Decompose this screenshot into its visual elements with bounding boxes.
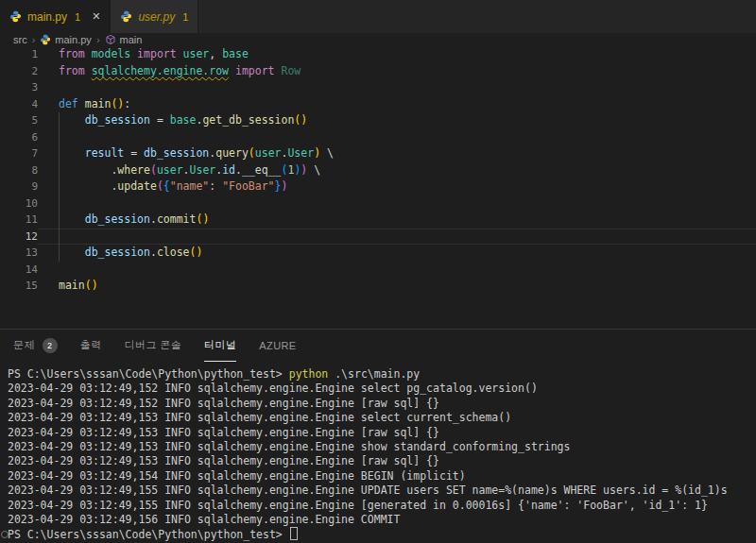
code-token: 2023-04-29 03:12:49,155 INFO sqlalchemy.… <box>8 499 708 512</box>
line-number[interactable]: 12 <box>0 229 38 246</box>
code-line[interactable]: 5 db_session = base.get_db_session() <box>0 112 756 129</box>
line-number[interactable]: 2 <box>0 63 38 80</box>
code-content[interactable]: db_session.close() <box>38 245 756 262</box>
line-number[interactable]: 10 <box>0 195 38 212</box>
code-line[interactable]: 10 <box>0 195 756 212</box>
code-line[interactable]: 13 db_session.close() <box>0 245 756 262</box>
code-line[interactable]: 1from models import user, base <box>0 46 756 63</box>
code-token: . <box>150 246 157 259</box>
code-content[interactable] <box>38 229 756 246</box>
code-token: 2023-04-29 03:12:49,155 INFO sqlalchemy.… <box>8 484 728 497</box>
panel-tab-label: 출력 <box>80 338 102 352</box>
code-line[interactable]: 2from sqlalchemy.engine.row import Row <box>0 63 756 80</box>
code-token <box>59 163 111 177</box>
code-token: . <box>183 163 190 177</box>
code-token: base <box>170 113 197 127</box>
terminal[interactable]: PS C:\Users\sssan\Code\Python\python_tes… <box>0 362 756 543</box>
terminal-line: 2023-04-29 03:12:49,152 INFO sqlalchemy.… <box>8 382 756 396</box>
code-token: user <box>183 47 210 60</box>
panel-tab-0[interactable]: 문제2 <box>13 330 58 362</box>
code-token: . <box>235 163 242 177</box>
code-token: ( <box>85 279 92 292</box>
code-content[interactable]: .where(user.User.id.__eq__(1)) \ <box>38 162 756 179</box>
code-content[interactable]: db_session.commit() <box>38 212 756 229</box>
code-token: models <box>92 47 131 60</box>
code-content[interactable]: .update({"name": "FooBar"}) <box>38 178 756 195</box>
line-number[interactable]: 4 <box>0 96 38 113</box>
line-number[interactable]: 1 <box>0 46 38 63</box>
python-icon <box>9 10 22 23</box>
breadcrumb-item-src[interactable]: src <box>13 34 27 45</box>
code-line[interactable]: 7 result = db_session.query(user.User) \ <box>0 145 756 162</box>
panel-tab-4[interactable]: AZURE <box>259 330 296 362</box>
line-number[interactable]: 3 <box>0 79 38 96</box>
code-token: 2023-04-29 03:12:49,154 INFO sqlalchemy.… <box>8 469 466 483</box>
indent-guide <box>59 195 60 212</box>
close-icon[interactable]: ✕ <box>92 11 100 22</box>
code-token: user <box>157 163 183 177</box>
code-line[interactable]: 8 .where(user.User.id.__eq__(1)) \ <box>0 162 756 179</box>
code-token: 2023-04-29 03:12:49,152 INFO sqlalchemy.… <box>8 397 439 410</box>
line-number[interactable]: 13 <box>0 245 38 262</box>
line-number[interactable]: 15 <box>0 278 38 295</box>
line-number[interactable]: 9 <box>0 178 38 195</box>
code-token: = <box>150 113 170 127</box>
tab-label: main.py <box>27 10 67 24</box>
code-line-current[interactable]: 12 <box>0 229 756 246</box>
code-content[interactable]: from sqlalchemy.engine.row import Row <box>38 63 756 80</box>
code-token: result <box>85 146 125 160</box>
code-content[interactable] <box>38 262 756 279</box>
line-number[interactable]: 5 <box>0 112 38 129</box>
python-icon <box>40 34 51 45</box>
code-token: { <box>163 179 170 193</box>
panel-tab-2[interactable]: 디버그 콘솔 <box>125 330 181 362</box>
code-line[interactable]: 15main() <box>0 278 756 295</box>
code-token: base <box>215 47 249 60</box>
code-line[interactable]: 6 <box>0 129 756 146</box>
code-token: Row <box>281 64 301 77</box>
line-number[interactable]: 11 <box>0 212 38 229</box>
code-editor[interactable]: 1from models import user, base2from sqla… <box>0 46 756 329</box>
code-token: db_session <box>85 113 150 127</box>
tab-main-py[interactable]: main.py 1 ✕ <box>0 0 111 33</box>
code-token: from <box>59 64 92 77</box>
line-number[interactable]: 14 <box>0 262 38 279</box>
panel-tab-1[interactable]: 출력 <box>80 330 102 362</box>
code-line[interactable]: 4def main(): <box>0 96 756 113</box>
code-line[interactable]: 9 .update({"name": "FooBar"}) <box>0 178 756 195</box>
breadcrumb-item-main[interactable]: main <box>105 34 143 45</box>
code-token: sqlalchemy.engine.row <box>92 64 229 77</box>
code-line[interactable]: 14 <box>0 262 756 279</box>
code-content[interactable]: db_session = base.get_db_session() <box>38 112 756 129</box>
code-token: ) <box>196 246 202 259</box>
code-token: ) <box>202 212 209 226</box>
code-line[interactable]: 3 <box>0 79 756 96</box>
code-token: commit <box>157 212 197 226</box>
code-token <box>59 212 85 226</box>
code-content[interactable]: result = db_session.query(user.User) \ <box>38 145 756 162</box>
indent-guide <box>59 129 60 146</box>
code-token: 2023-04-29 03:12:49,153 INFO sqlalchemy.… <box>8 426 439 439</box>
code-content[interactable]: from models import user, base <box>38 46 756 63</box>
code-content[interactable] <box>38 195 756 212</box>
line-number[interactable]: 7 <box>0 145 38 162</box>
breadcrumb-item-main-py[interactable]: main.py <box>40 34 92 45</box>
line-number[interactable]: 6 <box>0 129 38 146</box>
tab-user-py[interactable]: user.py 1 <box>111 0 198 33</box>
line-number[interactable]: 8 <box>0 162 38 179</box>
code-token: 2023-04-29 03:12:49,153 INFO sqlalchemy.… <box>8 411 511 424</box>
panel-tab-3[interactable]: 터미널 <box>204 330 236 362</box>
code-token: = <box>124 146 144 160</box>
code-line[interactable]: 11 db_session.commit() <box>0 212 756 229</box>
terminal-line: PS C:\Users\sssan\Code\Python\python_tes… <box>8 527 756 541</box>
code-token: update <box>117 179 157 193</box>
terminal-line: 2023-04-29 03:12:49,153 INFO sqlalchemy.… <box>8 440 756 454</box>
code-token: db_session <box>85 246 150 259</box>
code-token: . <box>150 212 157 226</box>
code-content[interactable] <box>38 129 756 146</box>
code-content[interactable]: def main(): <box>38 96 756 113</box>
code-content[interactable]: main() <box>38 278 756 295</box>
code-token: PS C:\Users\sssan\Code\Python\python_tes… <box>8 528 289 541</box>
code-content[interactable] <box>38 79 756 96</box>
code-token: db_session <box>85 212 150 226</box>
